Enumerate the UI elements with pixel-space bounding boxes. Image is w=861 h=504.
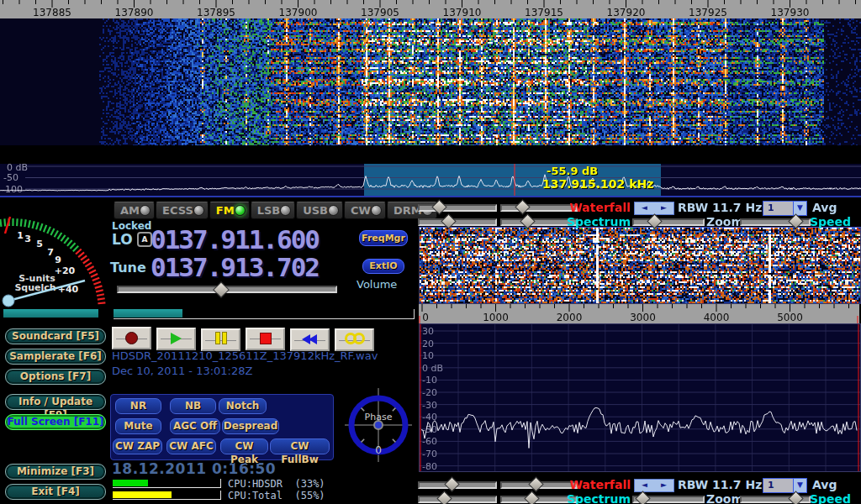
freqmgr-button[interactable]: FreqMgr (359, 230, 408, 246)
phase-dial[interactable]: Phase 0 (345, 388, 412, 462)
tune-label: Tune (110, 260, 146, 276)
menu-button-minimize[interactable]: Minimize [F3] (5, 464, 106, 480)
cpu-bar-fill (113, 491, 172, 498)
dsp-button-agc-off[interactable]: AGC Off (170, 418, 220, 434)
mode-label: CW (351, 204, 371, 217)
mode-led (193, 205, 204, 216)
hdsdr-window: -55.9 dB 137.915.102 kHz 13579+20+40 S-u… (0, 0, 861, 504)
play-icon (171, 333, 182, 344)
scroll-right-arrow-icon[interactable]: ► (654, 202, 673, 214)
stop-button[interactable] (246, 328, 285, 350)
pause-button[interactable] (201, 328, 240, 351)
lo-frequency-display[interactable]: 0137.911.600 (151, 224, 319, 255)
waterfall-label-bottom: Waterfall (558, 478, 631, 491)
mode-button-lsb[interactable]: LSB (251, 202, 296, 219)
rbw-label-bottom: RBW 11.7 Hz (678, 478, 762, 491)
main-frequency-scale[interactable] (0, 0, 861, 18)
dsp-button-mute[interactable]: Mute (115, 418, 161, 434)
record-button[interactable] (112, 327, 151, 349)
mode-led (140, 205, 151, 216)
smeter-scale-9: 9 (55, 255, 61, 265)
cursor-db-readout: -55.9 dB (547, 165, 598, 177)
main-spectrum[interactable] (0, 164, 861, 196)
avg-select-bottom[interactable]: 1▼ (763, 478, 807, 493)
dsp-button-nr[interactable]: NR (115, 398, 161, 414)
menu-button-options[interactable]: Options [F7] (5, 369, 106, 385)
menu-button-samplerate[interactable]: Samplerate [F6] (5, 349, 106, 365)
volume-slider-thumb[interactable] (213, 281, 230, 298)
mode-button-am[interactable]: AM (114, 202, 155, 219)
dsp-button-cw-fullbw[interactable]: CW FullBw (270, 438, 330, 454)
rf-waterfall[interactable] (419, 227, 861, 304)
stop-icon (260, 333, 272, 344)
scroll-left-arrow-icon[interactable]: ◄ (635, 480, 654, 491)
avg-select-value: 1 (763, 479, 793, 492)
scroll-left-arrow-icon[interactable]: ◄ (635, 202, 654, 214)
main-waterfall[interactable] (0, 0, 861, 145)
spectrum-gain-slider-top[interactable] (418, 218, 497, 226)
speed-label-top: Speed (810, 215, 851, 228)
rewind-button[interactable] (290, 328, 330, 351)
dsp-button-notch[interactable]: Notch (219, 398, 267, 414)
locked-label: Locked (112, 220, 151, 232)
dsp-button-cw-afc[interactable]: CW AFC (166, 438, 216, 454)
squelch-level-bar[interactable] (3, 309, 98, 318)
avg-label-bottom: Avg (812, 478, 837, 491)
avg-select-top[interactable]: 1▼ (763, 201, 807, 216)
cpu-bar-0 (113, 479, 221, 488)
dsp-button-cw-zap[interactable]: CW ZAP (113, 438, 162, 454)
recording-file-date: Dec 10, 2011 - 13:01:28Z (112, 365, 252, 377)
rf-spectrum[interactable] (419, 323, 861, 472)
main-spectrum-strip: -55.9 dB 137.915.102 kHz (0, 164, 861, 197)
cpu-label-1: CPU:Total (55%) (228, 490, 325, 501)
menu-button-soundcard[interactable]: Soundcard [F5] (5, 328, 106, 344)
zoom-label-top: Zoom (706, 215, 743, 228)
speed-label-bottom: Speed (810, 492, 851, 504)
dsp-button-cw-peak[interactable]: CW Peak (220, 438, 268, 454)
smeter-scale-7: 7 (47, 247, 54, 258)
avg-select-value: 1 (763, 202, 793, 215)
dsp-button-despread[interactable]: Despread (222, 418, 279, 434)
brightness-slider-bottom-thumb[interactable] (444, 476, 459, 491)
waterfall-label-top: Waterfall (558, 201, 631, 214)
rf-frequency-scale[interactable] (419, 304, 859, 323)
mode-selector: AMECSSFMLSBUSBCWDRM (114, 202, 415, 219)
zoom-slider-top[interactable] (632, 218, 705, 226)
cpu-label-0: CPU:HDSDR (33%) (228, 478, 325, 490)
mode-button-cw[interactable]: CW (344, 202, 386, 219)
cpu-bar-fill (113, 480, 148, 486)
mode-led (328, 205, 339, 216)
loop-button[interactable] (335, 328, 374, 351)
mode-label: LSB (257, 204, 281, 217)
waterfall-shift-scrollbar-bottom[interactable]: ◄► (634, 479, 674, 492)
phase-knob[interactable] (374, 421, 383, 429)
mode-led (235, 205, 246, 216)
tune-frequency-display[interactable]: 0137.913.702 (151, 252, 319, 282)
play-button[interactable] (156, 328, 196, 350)
brightness-slider-top[interactable] (418, 204, 497, 212)
squelch-label: Squelch (14, 282, 55, 293)
playback-progress[interactable] (114, 309, 415, 319)
s-meter-gauge[interactable]: 13579+20+40 S-units Squelch (0, 200, 106, 309)
mode-button-usb[interactable]: USB (296, 202, 343, 219)
menu-button-exit[interactable]: Exit [F4] (5, 484, 106, 500)
contrast-slider-bottom-thumb[interactable] (528, 476, 543, 491)
zoom-label-bottom: Zoom (706, 492, 743, 504)
mode-label: FM (216, 204, 235, 217)
dsp-button-nb[interactable]: NB (170, 398, 216, 414)
lo-label: LO (112, 231, 133, 248)
playback-progress-fill (114, 309, 182, 318)
mode-button-fm[interactable]: FM (209, 202, 250, 219)
menu-button-info[interactable]: Info / Update [F9] (5, 394, 106, 410)
phase-value: 0 (375, 444, 382, 456)
mode-label: ECSS (162, 204, 193, 217)
rbw-label-top: RBW 11.7 Hz (678, 201, 762, 214)
scroll-right-arrow-icon[interactable]: ► (654, 480, 673, 491)
smeter-scale-5: 5 (36, 239, 43, 249)
extio-button[interactable]: ExtIO (362, 259, 404, 274)
contrast-slider-top-thumb[interactable] (515, 199, 530, 214)
menu-button-full[interactable]: Full Screen [F11] (5, 414, 106, 430)
mode-button-ecss[interactable]: ECSS (156, 202, 209, 219)
smeter-scale-3: 3 (24, 234, 31, 244)
spectrum-gain-slider-bottom[interactable] (418, 496, 497, 503)
